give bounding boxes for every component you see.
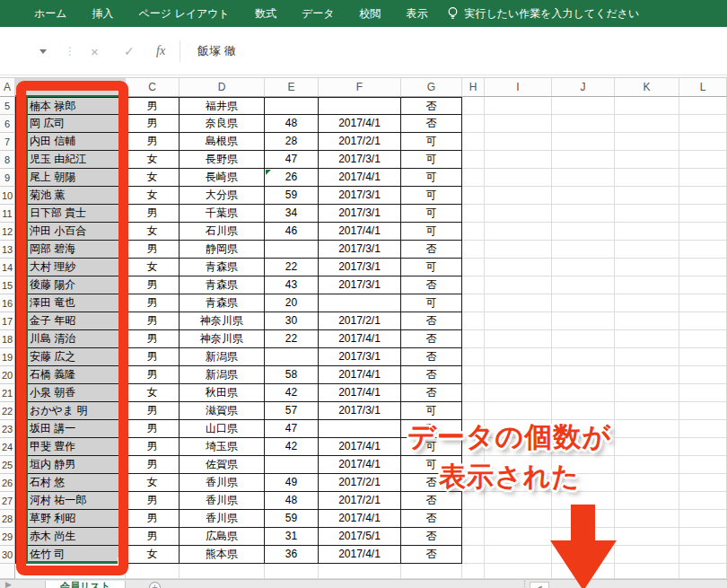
cell-F28[interactable]: 2017/4/1 (319, 510, 401, 528)
cell-J14[interactable] (552, 259, 615, 276)
cell-C12[interactable]: 女 (126, 223, 180, 241)
cell-D25[interactable]: 佐賀県 (180, 456, 265, 474)
cell-C6[interactable]: 男 (126, 115, 180, 133)
error-indicator-icon[interactable] (266, 170, 271, 175)
cell-F8[interactable]: 2017/3/1 (319, 151, 401, 169)
cell-H8[interactable] (462, 151, 485, 169)
col-header-I[interactable]: I (485, 77, 552, 97)
cell-K12[interactable] (615, 223, 679, 241)
cell-F14[interactable]: 2017/3/1 (319, 259, 401, 276)
cell-D8[interactable]: 長野県 (180, 151, 265, 169)
cell-H10[interactable] (462, 187, 485, 205)
cell-K15[interactable] (615, 276, 679, 294)
cell-I30[interactable] (485, 546, 552, 564)
cell-G9[interactable]: 可 (401, 169, 462, 187)
cell-G17[interactable]: 否 (401, 312, 462, 330)
cell-F5[interactable] (319, 97, 401, 115)
cell-D29[interactable]: 広島県 (180, 528, 265, 546)
col-header-L[interactable]: L (679, 77, 727, 97)
cell-D10[interactable]: 大分県 (180, 187, 265, 205)
cell-E29[interactable]: 31 (265, 528, 319, 546)
cell-K30[interactable] (615, 546, 679, 564)
cell-H22[interactable] (462, 402, 485, 420)
cell-H17[interactable] (462, 312, 485, 330)
cell-K21[interactable] (615, 384, 679, 402)
row-header-29[interactable]: 29 (0, 528, 15, 546)
cell-H21[interactable] (462, 384, 485, 402)
cell-I21[interactable] (485, 384, 552, 402)
row-header-5[interactable]: 5 (0, 97, 15, 115)
col-header-G[interactable]: G (401, 77, 462, 97)
cell-K18[interactable] (615, 330, 679, 348)
cell-K28[interactable] (615, 510, 679, 528)
cell-F11[interactable]: 2017/3/1 (319, 205, 401, 223)
cell-E14[interactable]: 22 (265, 259, 319, 276)
col-header-F[interactable]: F (319, 77, 401, 97)
cell-I11[interactable] (485, 205, 552, 223)
cell-F18[interactable]: 2017/4/1 (319, 330, 401, 348)
cell-H29[interactable] (462, 528, 485, 546)
cell-F7[interactable]: 2017/2/1 (319, 133, 401, 151)
col-header-H[interactable]: H (462, 77, 485, 97)
cell-D21[interactable]: 秋田県 (180, 384, 265, 402)
row-header-21[interactable]: 21 (0, 384, 15, 402)
cell-F9[interactable]: 2017/4/1 (319, 169, 401, 187)
cell-D11[interactable]: 千葉県 (180, 205, 265, 223)
insert-function-icon[interactable]: fx (156, 27, 165, 75)
cell-F30[interactable]: 2017/4/1 (319, 546, 401, 564)
cell-J15[interactable] (552, 276, 615, 294)
cell-row31-6[interactable] (462, 564, 485, 579)
cell-K7[interactable] (615, 133, 679, 151)
cell-F6[interactable]: 2017/4/1 (319, 115, 401, 133)
cell-I9[interactable] (485, 169, 552, 187)
cell-C21[interactable]: 女 (126, 384, 180, 402)
cell-C23[interactable]: 男 (126, 420, 180, 438)
cell-G20[interactable]: 否 (401, 366, 462, 384)
cell-F10[interactable]: 2017/3/1 (319, 187, 401, 205)
cell-C16[interactable]: 男 (126, 294, 180, 312)
cell-G16[interactable]: 可 (401, 294, 462, 312)
cell-C26[interactable]: 女 (126, 474, 180, 492)
row-header-24[interactable]: 24 (0, 438, 15, 456)
sheet-tab-active[interactable]: 会員リスト (45, 581, 126, 588)
cell-F21[interactable]: 2017/4/1 (319, 384, 401, 402)
cell-J22[interactable] (552, 402, 615, 420)
hscroll-left-button[interactable]: ◀ (530, 582, 549, 588)
cell-C13[interactable]: 男 (126, 241, 180, 259)
cell-G19[interactable]: 否 (401, 348, 462, 366)
cell-D15[interactable]: 青森県 (180, 276, 265, 294)
cell-H9[interactable] (462, 169, 485, 187)
cell-E5[interactable] (265, 97, 319, 115)
cell-G29[interactable]: 否 (401, 528, 462, 546)
col-header-A[interactable]: A (0, 77, 15, 97)
cell-E20[interactable]: 58 (265, 366, 319, 384)
cell-L28[interactable] (679, 510, 727, 528)
cell-L24[interactable] (679, 438, 727, 456)
row-header-16[interactable]: 16 (0, 294, 15, 312)
cell-G13[interactable]: 否 (401, 241, 462, 259)
cell-E8[interactable]: 47 (265, 151, 319, 169)
cell-J10[interactable] (552, 187, 615, 205)
cell-K5[interactable] (615, 97, 679, 115)
cell-K6[interactable] (615, 115, 679, 133)
ribbon-tab-1[interactable]: ホーム (22, 0, 80, 27)
cell-J19[interactable] (552, 348, 615, 366)
cell-E23[interactable]: 47 (265, 420, 319, 438)
cell-H30[interactable] (462, 546, 485, 564)
row-header-17[interactable]: 17 (0, 312, 15, 330)
cell-L18[interactable] (679, 330, 727, 348)
cell-J6[interactable] (552, 115, 615, 133)
cell-J17[interactable] (552, 312, 615, 330)
cell-J13[interactable] (552, 241, 615, 259)
cell-E17[interactable]: 30 (265, 312, 319, 330)
row-header-8[interactable]: 8 (0, 151, 15, 169)
cell-C11[interactable]: 男 (126, 205, 180, 223)
cell-G28[interactable]: 否 (401, 510, 462, 528)
row-header-28[interactable]: 28 (0, 510, 15, 528)
cell-row31-7[interactable] (485, 564, 552, 579)
cell-L12[interactable] (679, 223, 727, 241)
cell-C8[interactable]: 女 (126, 151, 180, 169)
cell-L25[interactable] (679, 456, 727, 474)
row-header-30[interactable]: 30 (0, 546, 15, 564)
cell-C29[interactable]: 男 (126, 528, 180, 546)
